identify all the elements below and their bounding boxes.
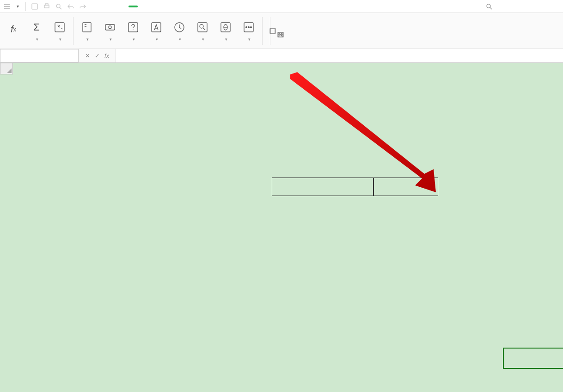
active-cell-indicator <box>503 348 563 369</box>
ribbon-tabs <box>98 6 199 7</box>
svg-point-4 <box>487 4 490 8</box>
file-menu[interactable]: ▾ <box>13 3 22 10</box>
ribbon-datetime[interactable]: ▾ <box>170 20 189 42</box>
ribbon-recent-functions[interactable]: ▾ <box>50 20 69 42</box>
formula-input[interactable] <box>116 49 563 62</box>
ribbon: fx Σ ▾ ▾ ▾ ▾ ▾ ▾ ▾ ▾ ▾ ▾ <box>0 13 563 49</box>
qat-print-icon[interactable] <box>42 1 52 12</box>
chevron-down-icon: ▾ <box>36 37 38 42</box>
star-fx-icon <box>53 20 67 34</box>
ribbon-more-functions[interactable]: ▾ <box>239 20 258 42</box>
ribbon-financial[interactable]: ▾ <box>100 20 120 42</box>
svg-point-3 <box>56 4 60 8</box>
menubar: ▾ <box>0 0 563 13</box>
svg-point-13 <box>200 24 203 28</box>
lookup-icon <box>196 20 209 34</box>
svg-rect-7 <box>105 24 115 30</box>
chevron-down-icon: ▾ <box>202 37 204 42</box>
svg-rect-6 <box>83 23 91 32</box>
svg-rect-23 <box>278 32 283 37</box>
grid[interactable] <box>13 74 563 392</box>
chevron-down-icon: ▾ <box>225 37 227 42</box>
question-icon <box>126 20 140 34</box>
show-formulas-icon <box>277 31 284 38</box>
separator <box>25 2 26 11</box>
svg-rect-1 <box>44 5 49 8</box>
ribbon-text[interactable]: ▾ <box>147 20 166 42</box>
chevron-down-icon: ▾ <box>59 37 61 42</box>
svg-rect-0 <box>32 4 37 9</box>
result-value-cell[interactable] <box>373 178 438 196</box>
chevron-down-icon: ▾ <box>179 37 181 42</box>
name-box[interactable] <box>0 49 79 62</box>
cancel-icon[interactable]: ✕ <box>85 52 90 59</box>
ribbon-all-functions[interactable]: ▾ <box>77 20 97 42</box>
qat-undo-icon[interactable] <box>66 1 76 12</box>
book-icon <box>80 20 94 34</box>
theta-icon <box>219 20 233 34</box>
chevron-down-icon: ▾ <box>248 37 251 42</box>
clock-icon <box>172 20 186 34</box>
separator <box>262 17 263 45</box>
svg-point-19 <box>251 26 252 28</box>
qat-redo-icon[interactable] <box>78 1 88 12</box>
accept-icon[interactable]: ✓ <box>95 52 100 59</box>
ribbon-logical[interactable]: ▾ <box>123 20 143 42</box>
ribbon-show-formulas[interactable] <box>274 31 289 38</box>
search-icon <box>485 3 493 10</box>
svg-point-18 <box>248 26 250 28</box>
tab-formulas[interactable] <box>129 6 138 7</box>
ribbon-insert-function[interactable]: fx <box>4 23 23 39</box>
more-icon <box>242 20 256 34</box>
ribbon-autosum[interactable]: Σ ▾ <box>27 20 46 42</box>
formula-bar-buttons: ✕ ✓ fx <box>79 52 116 59</box>
ribbon-lookup-reference[interactable]: ▾ <box>193 20 212 42</box>
chevron-down-icon: ▾ <box>17 4 19 9</box>
fx-icon: fx <box>6 23 20 37</box>
result-label-cell[interactable] <box>272 178 373 196</box>
qat-preview-icon[interactable] <box>54 1 64 12</box>
svg-rect-12 <box>198 23 207 32</box>
search-box[interactable] <box>485 3 560 10</box>
qat-save-icon[interactable] <box>30 1 40 12</box>
search-input[interactable] <box>496 3 560 10</box>
text-a-icon <box>149 20 163 34</box>
ribbon-math-trig[interactable]: ▾ <box>216 20 235 42</box>
chevron-down-icon: ▾ <box>86 37 89 42</box>
chevron-down-icon: ▾ <box>110 37 112 42</box>
svg-point-17 <box>246 26 247 28</box>
separator <box>73 17 73 45</box>
chevron-down-icon: ▾ <box>156 37 158 42</box>
select-all-corner[interactable] <box>0 63 13 74</box>
svg-rect-2 <box>45 4 48 5</box>
svg-marker-24 <box>290 72 436 192</box>
svg-point-8 <box>109 26 111 29</box>
hamburger-icon[interactable] <box>3 2 11 11</box>
sigma-icon: Σ <box>30 20 43 34</box>
chevron-down-icon: ▾ <box>133 37 135 42</box>
formula-bar: ✕ ✓ fx <box>0 49 563 63</box>
fx-icon[interactable]: fx <box>104 52 109 59</box>
name-box-input[interactable] <box>0 49 79 62</box>
worksheet[interactable] <box>0 63 563 392</box>
money-icon <box>103 20 117 34</box>
